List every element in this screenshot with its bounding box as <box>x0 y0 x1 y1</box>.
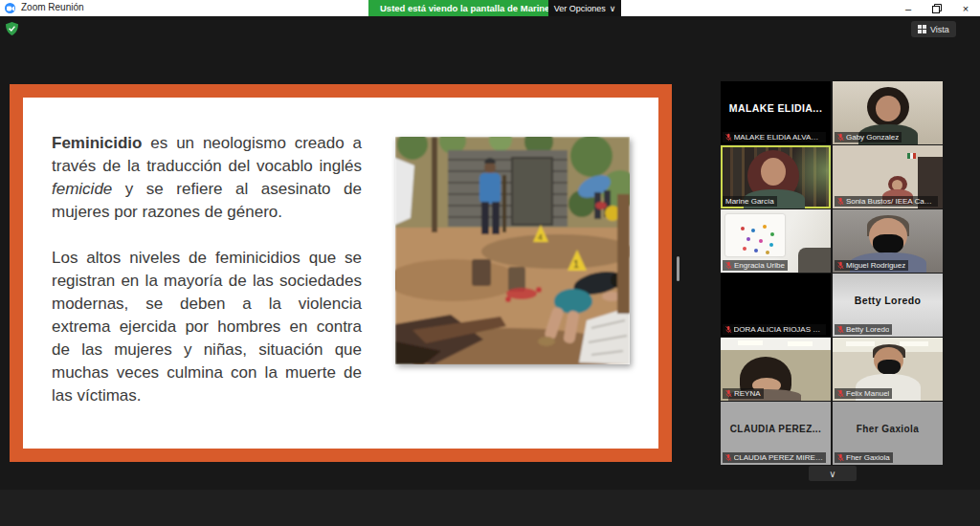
participant-tile[interactable]: Sonia Bustos/ IEEA Cast... <box>833 145 943 208</box>
muted-mic-icon <box>837 261 844 270</box>
security-shield-icon[interactable] <box>6 22 18 39</box>
slide-paragraph-2: Los altos niveles de feminicidios que se… <box>52 247 362 407</box>
close-button[interactable]: × <box>953 0 978 16</box>
muted-mic-icon <box>725 389 732 398</box>
participant-name-label: Betty Loredo <box>835 324 892 335</box>
svg-text:4: 4 <box>538 232 543 242</box>
muted-mic-icon <box>725 453 732 462</box>
window-title: Zoom Reunión <box>21 2 84 12</box>
participant-tile[interactable]: Betty Loredo Betty Loredo <box>833 274 943 337</box>
slide-paragraph-1: Feminicidio es un neologismo creado a tr… <box>52 132 362 224</box>
grid-view-icon <box>918 25 926 33</box>
participant-name-label: REYNA <box>723 388 764 399</box>
participant-tile[interactable]: DORA ALICIA RIOJAS SA... <box>721 274 831 337</box>
scroll-more-participants-button[interactable]: ∨ <box>809 466 857 481</box>
face-mask <box>878 360 901 375</box>
participant-center-name: MALAKE ELIDIA... <box>721 81 831 135</box>
window-titlebar: Zoom Reunión Usted está viendo la pantal… <box>0 0 980 16</box>
face-mask <box>873 234 903 254</box>
participant-tile[interactable]: MALAKE ELIDIA... MALAKE ELIDIA ALVARA... <box>721 81 831 144</box>
participant-tile[interactable]: Engracia Uribe <box>721 209 831 273</box>
participant-tile[interactable]: Felix Manuel <box>833 338 943 401</box>
participant-name-label: Miguel Rodriguez <box>835 260 908 271</box>
muted-mic-icon <box>837 325 844 334</box>
participant-center-name: Fher Gaxiola <box>833 402 943 455</box>
chevron-down-icon: ∨ <box>829 469 835 479</box>
participant-name-label: CLAUDIA PEREZ MIRELES <box>723 452 826 463</box>
muted-mic-icon <box>725 325 732 334</box>
shared-screen-slide: Feminicidio es un neologismo creado a tr… <box>10 84 672 462</box>
zoom-meeting-window: Zoom Reunión Usted está viendo la pantal… <box>0 0 980 526</box>
participant-tile[interactable]: REYNA <box>721 338 831 401</box>
whiteboard-poster <box>725 214 785 256</box>
participant-center-name: Betty Loredo <box>833 274 943 327</box>
slide-crime-scene-photo: 4 1 <box>395 137 630 364</box>
participant-tile[interactable]: Miguel Rodriguez <box>833 209 943 273</box>
ceiling-lights <box>738 340 763 345</box>
muted-mic-icon <box>837 453 844 462</box>
participant-name-label: Felix Manuel <box>835 388 892 399</box>
restore-button[interactable] <box>924 0 949 16</box>
muted-mic-icon <box>837 197 844 206</box>
meeting-toolbar: ∧ Cancelar silenciar ahora ∧ Detener vid… <box>0 490 980 526</box>
participant-name-label: Sonia Bustos/ IEEA Cast... <box>835 196 938 207</box>
muted-mic-icon <box>725 133 732 142</box>
vista-view-button[interactable]: Vista <box>911 21 956 37</box>
participant-tile-active-speaker[interactable]: Marine García <box>721 145 831 208</box>
zoom-logo-icon <box>5 3 15 13</box>
chevron-down-icon: ∨ <box>610 4 616 13</box>
participant-center-name: CLAUDIA PEREZ... <box>721 402 831 455</box>
participant-name-label: Gaby Gonzalez <box>835 132 902 142</box>
ceiling-lights <box>846 341 875 346</box>
participant-tile[interactable]: CLAUDIA PEREZ... CLAUDIA PEREZ MIRELES <box>721 402 831 465</box>
view-options-button[interactable]: Ver Opciones∨ <box>548 0 621 16</box>
participant-name-label: Fher Gaxiola <box>835 452 893 463</box>
muted-mic-icon <box>725 261 732 270</box>
muted-mic-icon <box>837 389 844 398</box>
participants-panel: MALAKE ELIDIA... MALAKE ELIDIA ALVARA...… <box>721 81 943 465</box>
muted-mic-icon <box>837 133 844 142</box>
participant-name-label: DORA ALICIA RIOJAS SA... <box>723 324 826 335</box>
participant-tile[interactable]: Gaby Gonzalez <box>833 81 943 144</box>
participant-name-label: Engracia Uribe <box>723 260 788 271</box>
minimize-button[interactable]: – <box>896 0 921 16</box>
svg-text:1: 1 <box>573 258 579 270</box>
participant-tile[interactable]: Fher Gaxiola Fher Gaxiola <box>833 402 943 465</box>
panel-resize-handle[interactable] <box>677 256 679 281</box>
participant-name-label: Marine García <box>723 196 777 207</box>
slide-text-block: Feminicidio es un neologismo creado a tr… <box>52 132 362 430</box>
participant-name-label: MALAKE ELIDIA ALVARA... <box>723 132 826 142</box>
